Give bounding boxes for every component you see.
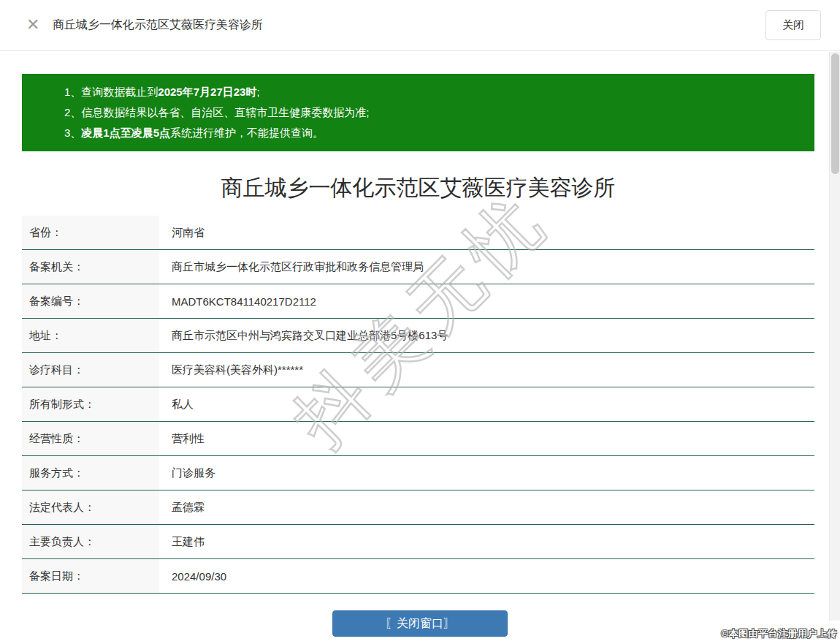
scrollbar-track[interactable] [829, 52, 840, 621]
notice-text: 1、查询数据截止到 [64, 86, 158, 98]
row-label: 法定代表人： [22, 490, 159, 524]
close-button[interactable]: 关闭 [765, 10, 821, 40]
table-row-filing-date: 备案日期： 2024/09/30 [22, 559, 814, 594]
row-value: 商丘市城乡一体化示范区行政审批和政务信息管理局 [159, 250, 424, 284]
page-title: 商丘城乡一体化示范区艾薇医疗美容诊所 [0, 173, 836, 203]
row-value: 孟德霖 [159, 490, 205, 524]
row-label: 诊疗科目： [22, 353, 159, 387]
row-value: MADT6KCT841140217D2112 [159, 284, 316, 318]
table-row-address: 地址： 商丘市示范区中州与鸿宾路交叉口建业总部港5号楼613号 [22, 319, 814, 353]
notice-text: 系统进行维护，不能提供查询。 [170, 126, 324, 139]
row-value: 商丘市示范区中州与鸿宾路交叉口建业总部港5号楼613号 [159, 319, 448, 352]
detail-table: 省份： 河南省 备案机关： 商丘市城乡一体化示范区行政审批和政务信息管理局 备案… [22, 216, 814, 594]
row-value: 河南省 [159, 216, 205, 249]
bottom-button-area: 〖关闭窗口〗 [0, 610, 840, 637]
scrollbar-thumb[interactable] [831, 53, 839, 174]
copyright-watermark: ©本图由平台注册用户上传 [721, 627, 837, 640]
table-row-province: 省份： 河南省 [22, 216, 814, 250]
table-row-business-nature: 经营性质： 营利性 [22, 422, 814, 456]
table-row-clinical-departments: 诊疗科目： 医疗美容科(美容外科)****** [22, 353, 814, 387]
row-label: 地址： [22, 319, 159, 352]
close-window-button[interactable]: 〖关闭窗口〗 [332, 610, 508, 637]
notice-text: 3、 [64, 126, 81, 139]
notice-text: ; [256, 86, 259, 98]
table-row-service-mode: 服务方式： 门诊服务 [22, 456, 814, 490]
row-value: 医疗美容科(美容外科)****** [159, 353, 303, 387]
row-value: 私人 [159, 387, 194, 421]
row-label: 经营性质： [22, 422, 159, 455]
notice-line-2: 2、信息数据结果以各省、自治区、直辖市卫生健康委数据为准; [64, 102, 800, 123]
notice-line-3: 3、凌晨1点至凌晨5点系统进行维护，不能提供查询。 [64, 123, 800, 143]
close-x-icon[interactable]: ✕ [26, 15, 39, 34]
table-row-ownership-form: 所有制形式： 私人 [22, 387, 814, 422]
table-row-legal-representative: 法定代表人： 孟德霖 [22, 490, 814, 525]
notice-bold-text: 2025年7月27日23时 [158, 86, 256, 98]
notice-banner: 1、查询数据截止到2025年7月27日23时; 2、信息数据结果以各省、自治区、… [22, 74, 814, 151]
notice-bold-text: 凌晨1点至凌晨5点 [81, 126, 170, 139]
row-label: 所有制形式： [22, 387, 159, 421]
table-row-filing-authority: 备案机关： 商丘市城乡一体化示范区行政审批和政务信息管理局 [22, 250, 814, 284]
row-label: 服务方式： [22, 456, 159, 490]
row-value: 门诊服务 [159, 456, 215, 490]
window-title: 商丘城乡一体化示范区艾薇医疗美容诊所 [53, 18, 263, 33]
window-titlebar: ✕ 商丘城乡一体化示范区艾薇医疗美容诊所 关闭 [0, 0, 840, 51]
row-label: 备案编号： [22, 284, 159, 318]
row-label: 备案机关： [22, 250, 159, 284]
row-label: 主要负责人： [22, 525, 159, 558]
table-row-main-person-in-charge: 主要负责人： 王建伟 [22, 525, 814, 559]
notice-line-1: 1、查询数据截止到2025年7月27日23时; [64, 82, 800, 102]
row-label: 省份： [22, 216, 159, 249]
table-row-filing-number: 备案编号： MADT6KCT841140217D2112 [22, 284, 814, 319]
notice-text: 2、信息数据结果以各省、自治区、直辖市卫生健康委数据为准; [64, 106, 370, 118]
row-value: 2024/09/30 [159, 559, 226, 593]
row-label: 备案日期： [22, 559, 159, 593]
row-value: 王建伟 [159, 525, 205, 558]
row-value: 营利性 [159, 422, 205, 455]
